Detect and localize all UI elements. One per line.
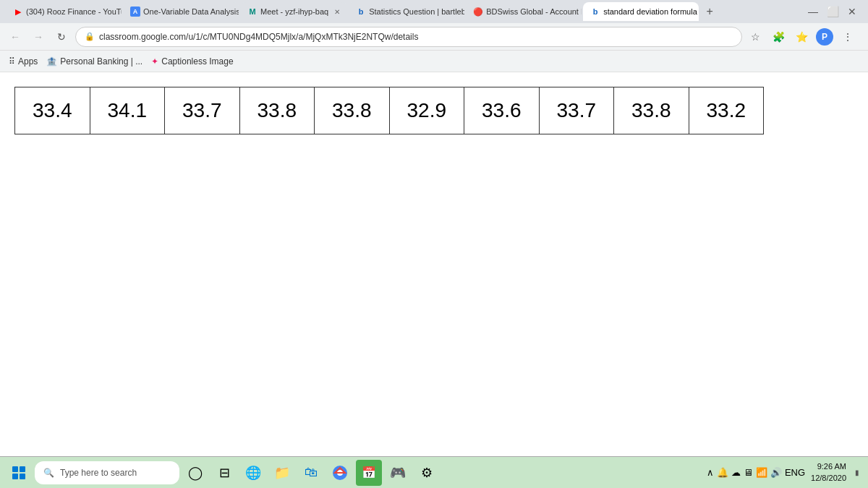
tray-notification-icon[interactable]: 🔔 (717, 467, 728, 478)
data-row: 33.434.133.733.833.832.933.633.733.833.2 (15, 87, 764, 134)
data-cell: 33.7 (539, 87, 614, 134)
restore-button[interactable]: ⬜ (827, 6, 839, 17)
data-cell: 33.8 (239, 87, 315, 134)
bookmark-apps[interactable]: ⠿ Apps (9, 56, 38, 67)
minimize-button[interactable]: — (808, 6, 818, 17)
search-placeholder: Type here to search (60, 468, 137, 478)
tab-bdswiss[interactable]: 🔴 BDSwiss Global - Account Pa ✕ (466, 2, 582, 21)
data-cell: 34.1 (90, 87, 165, 134)
steam-icon[interactable]: 🎮 (385, 460, 411, 486)
title-bar: ▶ (304) Rooz Finance - YouTub... ✕ A One… (0, 0, 868, 23)
edge-icon[interactable]: 🌐 (240, 460, 266, 486)
lock-icon: 🔒 (85, 32, 95, 41)
profile-button[interactable]: P (816, 28, 833, 46)
store-icon[interactable]: 🛍 (298, 460, 324, 486)
tab-close-meet[interactable]: ✕ (334, 8, 340, 16)
tray-wifi-icon[interactable]: 📶 (756, 467, 767, 478)
banking-icon: 🏦 (46, 56, 57, 67)
address-bar[interactable]: 🔒 classroom.google.com/u/1/c/MTU0NDg4MDQ… (75, 27, 742, 47)
bookmarks-bar: ⠿ Apps 🏦 Personal Banking | ... ✦ Captio… (0, 51, 868, 72)
data-cell: 32.9 (389, 87, 464, 134)
address-bar-row: ← → ↻ 🔒 classroom.google.com/u/1/c/MTU0N… (0, 23, 868, 51)
youtube-icon: ▶ (13, 7, 23, 17)
bookmark-personal-banking[interactable]: 🏦 Personal Banking | ... (46, 56, 142, 67)
bartleby-icon: b (356, 7, 366, 17)
clock-date: 12/8/2020 (811, 473, 846, 484)
back-button[interactable]: ← (6, 27, 25, 46)
data-cell: 33.8 (315, 87, 390, 134)
new-tab-button[interactable]: + (700, 2, 719, 21)
data-cell: 33.6 (464, 87, 540, 134)
search-icon: 🔍 (43, 468, 54, 478)
apps-grid-icon: ⠿ (9, 56, 15, 67)
data-cell: 33.2 (689, 87, 764, 134)
system-clock[interactable]: 9:26 AM 12/8/2020 (811, 461, 846, 484)
star-icon: ✦ (151, 56, 158, 67)
bdswiss-icon: 🔴 (473, 7, 483, 17)
file-explorer-icon[interactable]: 📁 (269, 460, 295, 486)
data-cell: 33.4 (15, 87, 90, 134)
clock-time: 9:26 AM (811, 461, 846, 472)
bookmark-captionless-image[interactable]: ✦ Captionless Image (151, 56, 233, 67)
close-button[interactable]: ✕ (848, 6, 856, 17)
url-text: classroom.google.com/u/1/c/MTU0NDg4MDQ5M… (99, 32, 733, 42)
start-button[interactable] (6, 460, 32, 486)
meet-icon: M (247, 7, 258, 17)
cortana-button[interactable]: ◯ (182, 460, 208, 486)
extension-button[interactable]: 🧩 (770, 28, 787, 46)
tab-std-deviation[interactable]: b standard deviation formula - ✕ (583, 2, 699, 21)
taskbar-icons: ◯ ⊟ 🌐 📁 🛍 📅 🎮 ⚙ (182, 460, 440, 486)
forward-button[interactable]: → (29, 27, 48, 46)
settings-icon[interactable]: ⚙ (414, 460, 440, 486)
reload-button[interactable]: ↻ (52, 27, 71, 46)
calendar-icon[interactable]: 📅 (356, 460, 382, 486)
system-tray-icons: ∧ 🔔 ☁ 🖥 📶 🔊 ENG (707, 467, 805, 478)
taskbar-search[interactable]: 🔍 Type here to search (35, 461, 179, 484)
extension-button-2[interactable]: ⭐ (793, 28, 810, 46)
tab-youtube[interactable]: ▶ (304) Rooz Finance - YouTub... ✕ (6, 2, 122, 21)
browser-chrome: ▶ (304) Rooz Finance - YouTub... ✕ A One… (0, 0, 868, 72)
data-table: 33.434.133.733.833.832.933.633.733.833.2 (14, 87, 764, 134)
tray-onedrive-icon[interactable]: ☁ (731, 467, 741, 478)
page-content: 33.434.133.733.833.832.933.633.733.833.2 (0, 72, 868, 149)
windows-logo (12, 466, 25, 479)
tab-meet[interactable]: M Meet - yzf-ihyp-baq ✕ (240, 2, 347, 21)
tab-one-variable[interactable]: A One-Variable Data Analysis S ✕ (123, 2, 239, 21)
address-actions: ☆ 🧩 ⭐ P ⋮ (746, 28, 862, 46)
data-cell: 33.7 (165, 87, 240, 134)
data-cell: 33.8 (614, 87, 689, 134)
tray-volume-icon[interactable]: 🔊 (770, 467, 782, 478)
window-controls: — ⬜ ✕ (808, 6, 862, 17)
show-desktop-button[interactable]: ▮ (852, 468, 862, 476)
task-view-button[interactable]: ⊟ (211, 460, 237, 486)
tray-up-arrow[interactable]: ∧ (707, 467, 714, 478)
bartleby-icon-2: b (590, 7, 600, 17)
tray-screen-icon[interactable]: 🖥 (744, 467, 753, 478)
taskbar-right: ∧ 🔔 ☁ 🖥 📶 🔊 ENG 9:26 AM 12/8/2020 ▮ (707, 461, 862, 484)
tray-lang[interactable]: ENG (785, 467, 805, 478)
menu-button[interactable]: ⋮ (839, 28, 856, 46)
tab-bartleby[interactable]: b Statistics Question | bartleby ✕ (349, 2, 464, 21)
bookmark-star-button[interactable]: ☆ (746, 28, 764, 46)
chrome-icon[interactable] (327, 460, 353, 486)
classroom-icon-1: A (130, 7, 140, 17)
taskbar: 🔍 Type here to search ◯ ⊟ 🌐 📁 🛍 📅 🎮 ⚙ ∧ … (0, 456, 868, 488)
